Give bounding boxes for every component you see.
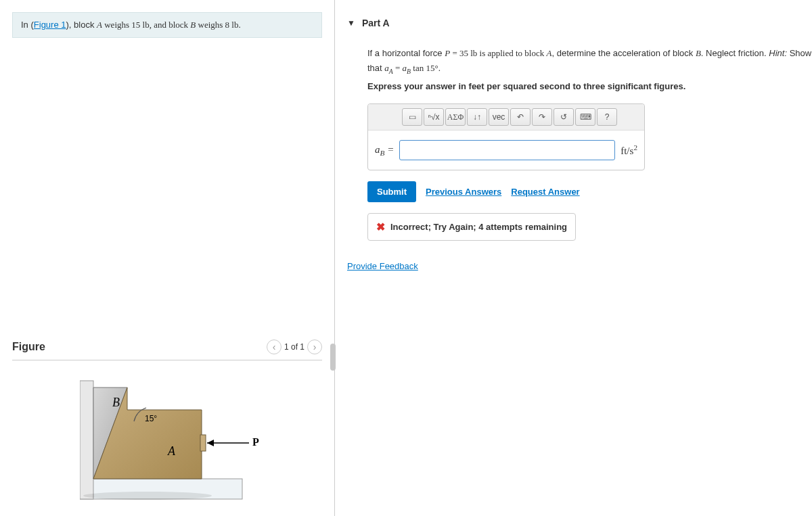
svg-marker-4 [207, 440, 214, 446]
fig-label-p: P [252, 436, 259, 448]
template-button[interactable]: ▭ [402, 108, 422, 126]
subscript-button[interactable]: ↓↑ [467, 108, 487, 126]
vec-button[interactable]: vec [489, 108, 509, 126]
answer-instruction: Express your answer in feet per squared … [367, 81, 812, 91]
hint-mid: = [393, 63, 403, 73]
left-pane: In (Figure 1), block A weighs 15 lb, and… [0, 0, 335, 516]
figure-counter: 1 of 1 [284, 342, 304, 352]
problem-block-a: A [97, 20, 102, 30]
hint-label: Hint: [769, 48, 787, 58]
provide-feedback-link[interactable]: Provide Feedback [347, 261, 418, 271]
answer-variable: aB = [375, 144, 394, 157]
figure-link[interactable]: Figure 1 [34, 20, 66, 30]
figure-nav: ‹ 1 of 1 › [267, 339, 322, 354]
root-button[interactable]: ⁿ√x [424, 108, 444, 126]
fig-label-b: B [112, 396, 120, 409]
submit-row: Submit Previous Answers Request Answer [367, 181, 812, 202]
figure-svg: B A 15° P [80, 367, 269, 502]
q-seg-2: , determine the acceleration of block [551, 48, 695, 58]
svg-rect-2 [200, 435, 206, 451]
submit-button[interactable]: Submit [367, 181, 416, 202]
feedback-box: ✖ Incorrect; Try Again; 4 attempts remai… [367, 213, 576, 241]
caret-down-icon: ▼ [347, 18, 355, 28]
figure-image: B A 15° P [12, 367, 322, 516]
equation-toolbar: ▭ ⁿ√x ΑΣΦ ↓↑ vec ↶ ↷ ↺ ⌨ ? [368, 104, 644, 131]
fig-label-a: A [167, 444, 176, 458]
svg-rect-1 [80, 381, 93, 499]
figure-next-button[interactable]: › [307, 339, 322, 354]
problem-weighs-b: weighs 8 lb. [196, 20, 240, 30]
problem-statement: In (Figure 1), block A weighs 15 lb, and… [12, 12, 322, 38]
right-pane: ▼ Part A If a horizontal force P = 35 lb… [335, 0, 812, 516]
q-seg-1: If a horizontal force [367, 48, 445, 58]
svg-point-5 [83, 492, 212, 500]
problem-prefix: In ( [21, 20, 34, 30]
q-seg-3: . Neglect friction. [701, 48, 769, 58]
keyboard-button[interactable]: ⌨ [575, 108, 595, 126]
figure-title: Figure [12, 341, 45, 353]
previous-answers-link[interactable]: Previous Answers [426, 187, 501, 197]
help-button[interactable]: ? [597, 108, 617, 126]
q-var-b: B [696, 48, 701, 58]
x-icon: ✖ [376, 220, 385, 233]
answer-unit: ft/s2 [621, 143, 637, 157]
part-header[interactable]: ▼ Part A [347, 12, 812, 34]
scrollbar-handle[interactable] [330, 344, 336, 371]
question-text: If a horizontal force P = 35 lb is appli… [367, 46, 812, 77]
problem-text-1: ), block [66, 20, 97, 30]
answer-box: ▭ ⁿ√x ΑΣΦ ↓↑ vec ↶ ↷ ↺ ⌨ ? aB = ft/s2 [367, 103, 645, 170]
hint-tan: tan 15°. [411, 63, 441, 73]
undo-button[interactable]: ↶ [510, 108, 531, 126]
redo-button[interactable]: ↷ [532, 108, 552, 126]
figure-section: Figure ‹ 1 of 1 › [12, 339, 322, 516]
reset-button[interactable]: ↺ [554, 108, 574, 126]
request-answer-link[interactable]: Request Answer [511, 187, 579, 197]
q-eq: = 35 lb is applied to block [450, 48, 546, 58]
part-title: Part A [362, 18, 390, 28]
greek-button[interactable]: ΑΣΦ [445, 108, 466, 126]
provide-feedback-row: Provide Feedback [347, 261, 812, 271]
feedback-message: Incorrect; Try Again; 4 attempts remaini… [390, 222, 567, 232]
problem-weighs-a: weighs 15 lb, and block [102, 20, 190, 30]
figure-prev-button[interactable]: ‹ [267, 339, 281, 354]
answer-input[interactable] [399, 140, 615, 160]
fig-label-angle: 15° [145, 414, 157, 423]
q-var-p: P [445, 48, 450, 58]
